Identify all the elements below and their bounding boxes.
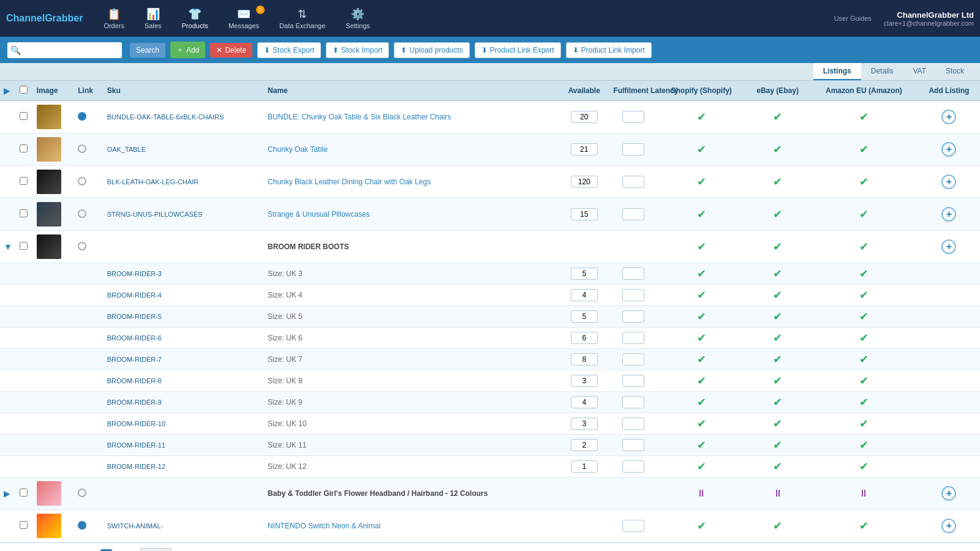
tab-stock[interactable]: Stock <box>936 63 974 80</box>
amazon-cell: ✔ <box>810 349 918 370</box>
table-row: BROOM-RIDER-6 Size: UK 6 ✔ ✔ ✔ <box>0 328 980 349</box>
fulfilment-input[interactable] <box>622 310 644 323</box>
row-checkbox[interactable] <box>20 521 28 529</box>
link-inactive-indicator <box>78 177 86 186</box>
expand-button[interactable]: ▼ <box>4 242 12 252</box>
sku-text: BROOM-RIDER-3 <box>107 270 162 277</box>
fulfilment-input[interactable] <box>622 111 644 123</box>
available-input[interactable] <box>571 111 598 123</box>
fulfilment-input[interactable] <box>622 520 644 532</box>
available-input[interactable] <box>571 396 598 408</box>
add-listing-button[interactable]: + <box>941 207 956 222</box>
fulfilment-input[interactable] <box>622 268 644 280</box>
shopify-cell: ✔ <box>657 435 745 456</box>
fulfilment-input[interactable] <box>622 208 644 220</box>
ebay-cell: ✔ <box>745 133 810 166</box>
delete-label: Delete <box>225 46 246 54</box>
available-input[interactable] <box>571 289 598 301</box>
row-checkbox[interactable] <box>20 242 28 250</box>
col-check <box>16 81 33 101</box>
check-icon: ✔ <box>859 310 869 323</box>
tab-vat[interactable]: VAT <box>903 63 936 80</box>
sales-icon: 📊 <box>146 7 160 21</box>
product-name: Chunky Oak Table <box>268 145 328 154</box>
check-cell <box>16 478 33 510</box>
row-checkbox[interactable] <box>20 144 28 152</box>
tab-details[interactable]: Details <box>861 63 903 80</box>
available-input[interactable] <box>571 375 598 387</box>
add-listing-button[interactable]: + <box>941 486 956 501</box>
shopify-cell: ✔ <box>657 392 745 413</box>
add-listing-button[interactable]: + <box>941 110 956 124</box>
product-link-import-button[interactable]: ⬇ Product Link Import <box>566 42 652 58</box>
available-input[interactable] <box>571 353 598 365</box>
delete-button[interactable]: ✕ Delete <box>210 43 252 58</box>
nav-products-wrap: 👕 Products <box>173 2 217 34</box>
stock-import-button[interactable]: ⬆ Stock Import <box>326 42 389 58</box>
nav-item-products[interactable]: 👕 Products <box>173 2 217 34</box>
fulfilment-input[interactable] <box>622 143 644 156</box>
add-listing-button[interactable]: + <box>941 174 956 189</box>
nav-item-settings[interactable]: ⚙️ Settings <box>337 2 379 34</box>
available-input[interactable] <box>571 143 598 156</box>
upload-products-button[interactable]: ⬆ Upload products <box>394 42 469 58</box>
search-button[interactable]: Search <box>130 43 165 58</box>
expand-button[interactable]: ▶ <box>4 489 10 498</box>
product-link-export-button[interactable]: ⬇ Product Link Export <box>475 42 561 58</box>
user-guides-link[interactable]: User Guides <box>834 15 872 22</box>
available-input[interactable] <box>571 176 598 188</box>
add-listing-cell <box>918 349 980 370</box>
add-button[interactable]: ＋ Add <box>170 42 205 58</box>
sku-text: STRNG-UNUS-PILLOWCASES <box>107 211 203 218</box>
row-checkbox[interactable] <box>20 209 28 217</box>
available-input[interactable] <box>571 439 598 451</box>
fulfilment-input[interactable] <box>622 353 644 365</box>
row-checkbox[interactable] <box>20 177 28 185</box>
check-icon: ✔ <box>773 111 782 123</box>
fulfilment-cell <box>609 392 657 413</box>
sku-cell: BUNDLE-OAK-TABLE-6xBLK-CHAIRS <box>104 101 264 133</box>
fulfilment-input[interactable] <box>622 439 644 451</box>
fulfilment-input[interactable] <box>622 375 644 387</box>
expand-all-button[interactable]: ▶ <box>4 86 10 96</box>
fulfilment-input[interactable] <box>622 289 644 301</box>
shopify-cell: ✔ <box>657 349 745 370</box>
nav-item-orders[interactable]: 📋 Orders <box>95 2 133 34</box>
check-cell <box>16 263 33 285</box>
table-row: BROOM-RIDER-7 Size: UK 7 ✔ ✔ ✔ <box>0 349 980 370</box>
add-listing-button[interactable]: + <box>941 239 956 254</box>
fulfilment-input[interactable] <box>622 418 644 430</box>
available-input[interactable] <box>571 310 598 323</box>
available-input[interactable] <box>571 332 598 344</box>
amazon-cell: ✔ <box>810 413 918 435</box>
img-spacer <box>33 413 104 435</box>
per-page-select[interactable]: 30 50 100 <box>140 548 172 551</box>
nav-item-sales[interactable]: 📊 Sales <box>136 2 170 34</box>
per-page-selector[interactable]: 30 50 100 <box>140 548 172 551</box>
available-input[interactable] <box>571 418 598 430</box>
fulfilment-input[interactable] <box>622 332 644 344</box>
nav-messages-wrap: ✉️ Messages 0 <box>220 2 268 34</box>
tab-listings[interactable]: Listings <box>813 63 861 80</box>
expand-cell <box>0 133 16 166</box>
fulfilment-cell <box>609 101 657 133</box>
row-checkbox[interactable] <box>20 112 28 120</box>
add-listing-button[interactable]: + <box>941 142 956 157</box>
fulfilment-input[interactable] <box>622 396 644 408</box>
fulfilment-input[interactable] <box>622 460 644 473</box>
available-input[interactable] <box>571 208 598 220</box>
variant-name: Size: UK 10 <box>268 419 306 428</box>
stock-export-button[interactable]: ⬇ Stock Export <box>257 42 321 58</box>
fulfilment-input[interactable] <box>622 176 644 188</box>
row-checkbox[interactable] <box>20 489 28 497</box>
sku-text: BROOM-RIDER-8 <box>107 377 162 384</box>
available-input[interactable] <box>571 460 598 473</box>
check-icon: ✔ <box>697 111 706 123</box>
available-input[interactable] <box>571 268 598 280</box>
select-all-checkbox[interactable] <box>20 86 28 94</box>
nav-item-data-exchange[interactable]: ⇅ Data Exchange <box>271 2 334 34</box>
check-icon: ✔ <box>697 241 706 253</box>
search-input[interactable] <box>24 43 122 58</box>
expand-cell <box>0 349 16 370</box>
add-listing-button[interactable]: + <box>941 519 956 533</box>
